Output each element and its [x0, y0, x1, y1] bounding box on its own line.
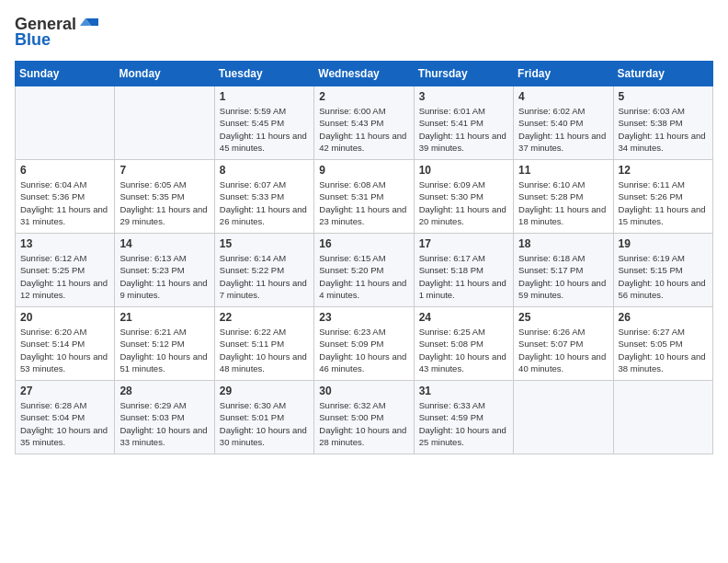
cell-text: Sunrise: 6:33 AM Sunset: 4:59 PM Dayligh…: [419, 399, 508, 448]
day-number: 27: [20, 385, 109, 397]
day-number: 23: [319, 311, 408, 324]
calendar-cell: 29Sunrise: 6:30 AM Sunset: 5:01 PM Dayli…: [214, 381, 313, 454]
calendar-cell: 22Sunrise: 6:22 AM Sunset: 5:11 PM Dayli…: [214, 307, 313, 381]
calendar-header-row: SundayMondayTuesdayWednesdayThursdayFrid…: [16, 62, 713, 86]
calendar-cell: 9Sunrise: 6:08 AM Sunset: 5:31 PM Daylig…: [314, 160, 414, 234]
calendar-week-row: 1Sunrise: 5:59 AM Sunset: 5:45 PM Daylig…: [16, 86, 713, 160]
cell-text: Sunrise: 6:23 AM Sunset: 5:09 PM Dayligh…: [319, 326, 408, 374]
day-number: 16: [319, 237, 408, 250]
day-number: 7: [119, 164, 209, 177]
calendar-week-row: 27Sunrise: 6:28 AM Sunset: 5:04 PM Dayli…: [16, 381, 713, 454]
calendar-cell: 6Sunrise: 6:04 AM Sunset: 5:36 PM Daylig…: [16, 160, 115, 234]
day-number: 13: [20, 237, 109, 250]
day-header-saturday: Saturday: [613, 62, 712, 86]
calendar-cell: 19Sunrise: 6:19 AM Sunset: 5:15 PM Dayli…: [613, 234, 712, 307]
calendar-cell: 4Sunrise: 6:02 AM Sunset: 5:40 PM Daylig…: [514, 86, 613, 160]
day-number: 3: [419, 90, 508, 103]
calendar-week-row: 6Sunrise: 6:04 AM Sunset: 5:36 PM Daylig…: [16, 160, 713, 234]
calendar-cell: [613, 381, 712, 454]
calendar-cell: 25Sunrise: 6:26 AM Sunset: 5:07 PM Dayli…: [514, 307, 613, 381]
logo-icon: [78, 17, 98, 33]
cell-text: Sunrise: 6:08 AM Sunset: 5:31 PM Dayligh…: [319, 178, 408, 227]
cell-text: Sunrise: 6:11 AM Sunset: 5:26 PM Dayligh…: [619, 178, 708, 227]
day-number: 11: [518, 164, 608, 177]
calendar-cell: [514, 381, 613, 454]
cell-text: Sunrise: 6:03 AM Sunset: 5:38 PM Dayligh…: [619, 105, 708, 154]
day-number: 19: [619, 237, 708, 250]
cell-text: Sunrise: 6:22 AM Sunset: 5:11 PM Dayligh…: [220, 326, 309, 374]
day-number: 15: [220, 237, 309, 250]
calendar-cell: 13Sunrise: 6:12 AM Sunset: 5:25 PM Dayli…: [16, 234, 115, 307]
cell-text: Sunrise: 6:09 AM Sunset: 5:30 PM Dayligh…: [419, 178, 508, 227]
cell-text: Sunrise: 6:05 AM Sunset: 5:35 PM Dayligh…: [119, 178, 209, 227]
cell-text: Sunrise: 5:59 AM Sunset: 5:45 PM Dayligh…: [220, 105, 309, 154]
calendar-table: SundayMondayTuesdayWednesdayThursdayFrid…: [15, 61, 713, 454]
calendar-cell: 24Sunrise: 6:25 AM Sunset: 5:08 PM Dayli…: [414, 307, 513, 381]
day-number: 8: [220, 164, 309, 177]
calendar-cell: 18Sunrise: 6:18 AM Sunset: 5:17 PM Dayli…: [514, 234, 613, 307]
cell-text: Sunrise: 6:10 AM Sunset: 5:28 PM Dayligh…: [518, 178, 608, 227]
day-number: 5: [619, 90, 708, 103]
day-number: 9: [319, 164, 408, 177]
day-number: 2: [319, 90, 408, 103]
calendar-cell: [115, 86, 214, 160]
day-number: 10: [419, 164, 508, 177]
calendar-cell: 14Sunrise: 6:13 AM Sunset: 5:23 PM Dayli…: [115, 234, 214, 307]
day-header-tuesday: Tuesday: [214, 62, 313, 86]
calendar-cell: 23Sunrise: 6:23 AM Sunset: 5:09 PM Dayli…: [314, 307, 414, 381]
day-number: 28: [119, 385, 209, 397]
logo-blue-text: Blue: [15, 30, 51, 50]
calendar-cell: 15Sunrise: 6:14 AM Sunset: 5:22 PM Dayli…: [214, 234, 313, 307]
day-number: 24: [419, 311, 508, 324]
cell-text: Sunrise: 6:14 AM Sunset: 5:22 PM Dayligh…: [220, 252, 309, 301]
cell-text: Sunrise: 6:07 AM Sunset: 5:33 PM Dayligh…: [220, 178, 309, 227]
cell-text: Sunrise: 6:13 AM Sunset: 5:23 PM Dayligh…: [119, 252, 209, 301]
cell-text: Sunrise: 6:29 AM Sunset: 5:03 PM Dayligh…: [119, 399, 209, 448]
calendar-body: 1Sunrise: 5:59 AM Sunset: 5:45 PM Daylig…: [16, 86, 713, 454]
cell-text: Sunrise: 6:19 AM Sunset: 5:15 PM Dayligh…: [619, 252, 708, 301]
page-header: General Blue: [15, 15, 713, 50]
calendar-cell: 21Sunrise: 6:21 AM Sunset: 5:12 PM Dayli…: [115, 307, 214, 381]
day-number: 6: [20, 164, 109, 177]
cell-text: Sunrise: 6:21 AM Sunset: 5:12 PM Dayligh…: [119, 326, 209, 374]
cell-text: Sunrise: 6:26 AM Sunset: 5:07 PM Dayligh…: [518, 326, 608, 374]
calendar-cell: 31Sunrise: 6:33 AM Sunset: 4:59 PM Dayli…: [414, 381, 513, 454]
calendar-cell: [16, 86, 115, 160]
cell-text: Sunrise: 6:01 AM Sunset: 5:41 PM Dayligh…: [419, 105, 508, 154]
calendar-cell: 11Sunrise: 6:10 AM Sunset: 5:28 PM Dayli…: [514, 160, 613, 234]
cell-text: Sunrise: 6:18 AM Sunset: 5:17 PM Dayligh…: [518, 252, 608, 301]
calendar-cell: 17Sunrise: 6:17 AM Sunset: 5:18 PM Dayli…: [414, 234, 513, 307]
calendar-week-row: 20Sunrise: 6:20 AM Sunset: 5:14 PM Dayli…: [16, 307, 713, 381]
day-number: 30: [319, 385, 408, 397]
cell-text: Sunrise: 6:25 AM Sunset: 5:08 PM Dayligh…: [419, 326, 508, 374]
cell-text: Sunrise: 6:04 AM Sunset: 5:36 PM Dayligh…: [20, 178, 109, 227]
calendar-cell: 5Sunrise: 6:03 AM Sunset: 5:38 PM Daylig…: [613, 86, 712, 160]
day-number: 17: [419, 237, 508, 250]
day-number: 26: [619, 311, 708, 324]
calendar-cell: 10Sunrise: 6:09 AM Sunset: 5:30 PM Dayli…: [414, 160, 513, 234]
calendar-cell: 26Sunrise: 6:27 AM Sunset: 5:05 PM Dayli…: [613, 307, 712, 381]
logo: General Blue: [15, 15, 98, 50]
calendar-cell: 12Sunrise: 6:11 AM Sunset: 5:26 PM Dayli…: [613, 160, 712, 234]
cell-text: Sunrise: 6:27 AM Sunset: 5:05 PM Dayligh…: [619, 326, 708, 374]
calendar-cell: 16Sunrise: 6:15 AM Sunset: 5:20 PM Dayli…: [314, 234, 414, 307]
cell-text: Sunrise: 6:30 AM Sunset: 5:01 PM Dayligh…: [220, 399, 309, 448]
cell-text: Sunrise: 6:12 AM Sunset: 5:25 PM Dayligh…: [20, 252, 109, 301]
calendar-cell: 20Sunrise: 6:20 AM Sunset: 5:14 PM Dayli…: [16, 307, 115, 381]
day-number: 22: [220, 311, 309, 324]
day-header-wednesday: Wednesday: [314, 62, 414, 86]
day-number: 31: [419, 385, 508, 397]
calendar-cell: 3Sunrise: 6:01 AM Sunset: 5:41 PM Daylig…: [414, 86, 513, 160]
day-number: 25: [518, 311, 608, 324]
cell-text: Sunrise: 6:00 AM Sunset: 5:43 PM Dayligh…: [319, 105, 408, 154]
calendar-cell: 2Sunrise: 6:00 AM Sunset: 5:43 PM Daylig…: [314, 86, 414, 160]
day-header-sunday: Sunday: [16, 62, 115, 86]
day-number: 29: [220, 385, 309, 397]
day-number: 14: [119, 237, 209, 250]
cell-text: Sunrise: 6:32 AM Sunset: 5:00 PM Dayligh…: [319, 399, 408, 448]
cell-text: Sunrise: 6:20 AM Sunset: 5:14 PM Dayligh…: [20, 326, 109, 374]
calendar-cell: 7Sunrise: 6:05 AM Sunset: 5:35 PM Daylig…: [115, 160, 214, 234]
calendar-week-row: 13Sunrise: 6:12 AM Sunset: 5:25 PM Dayli…: [16, 234, 713, 307]
day-number: 18: [518, 237, 608, 250]
cell-text: Sunrise: 6:15 AM Sunset: 5:20 PM Dayligh…: [319, 252, 408, 301]
